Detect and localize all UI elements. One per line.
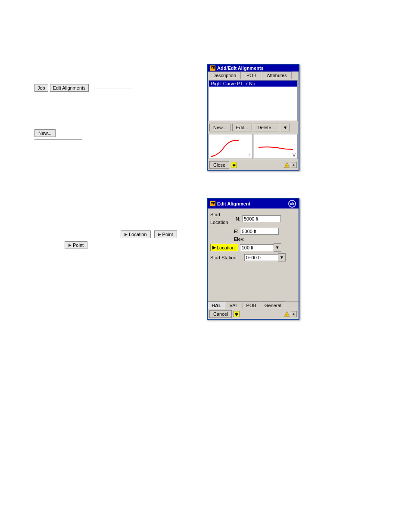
location-arrow-icon: ▶: [125, 232, 128, 236]
e-input[interactable]: [240, 228, 279, 235]
point-left-arrow-icon: ▶: [68, 243, 72, 247]
loc-input-label: Location:: [217, 245, 236, 250]
start-location-label: StartLocation: [210, 211, 234, 226]
preview-area: H V: [209, 134, 298, 159]
n-label: N:: [236, 216, 240, 221]
add-edit-dialog-icon: 🗺: [210, 65, 215, 71]
start-station-row: Start Station ▼: [210, 253, 296, 261]
n-input[interactable]: [242, 215, 281, 222]
warning-triangle-icon: !: [284, 162, 290, 168]
elev-label: Elev:: [234, 236, 244, 242]
location-input-row: ▶ Location: ▼: [210, 243, 296, 252]
add-edit-arrow-button[interactable]: ▼: [281, 124, 290, 131]
loc-input-arrow: ▶: [212, 245, 216, 250]
edit-alignment-form: StartLocation N: E: Elev: ▶ Location: ▼: [208, 208, 299, 299]
start-station-label: Start Station: [210, 255, 243, 260]
add-edit-star-icon: ✱: [231, 162, 237, 168]
h-curve-svg: [209, 134, 252, 159]
toolbar-underline: [94, 88, 133, 88]
loc-dropdown-button[interactable]: ▼: [274, 243, 281, 252]
start-station-input[interactable]: [244, 254, 278, 261]
point-right-arrow-icon: ▶: [158, 232, 161, 236]
tab-description[interactable]: Description: [208, 72, 241, 79]
add-edit-tabs: Description POB Attributes: [208, 72, 299, 79]
e-row: E:: [234, 228, 296, 235]
tab-attributes[interactable]: Attributes: [262, 72, 291, 79]
alignments-list[interactable]: Right Curve PT: 7 No: [209, 80, 298, 121]
tab-pob[interactable]: POB: [242, 72, 261, 79]
loc-value-input[interactable]: [240, 244, 274, 251]
ok-button[interactable]: ok: [288, 200, 296, 208]
add-edit-buttons-row: New... Edit... Delete... ▼: [208, 122, 299, 133]
edit-alignment-title-bar: 🗺 Edit Alignment ok: [208, 199, 299, 208]
point-button-left-label: Point: [73, 243, 84, 248]
loc-input-with-dropdown: ▼: [240, 243, 281, 252]
location-button-label: Location: [129, 232, 147, 237]
tab-general[interactable]: General: [261, 302, 285, 309]
new-underline: [34, 140, 82, 140]
add-edit-title-bar: 🗺 Add/Edit Alignments: [208, 65, 299, 72]
tab-pob-edit[interactable]: POB: [243, 302, 260, 309]
edit-expand-button[interactable]: +: [291, 311, 297, 317]
edit-alignment-footer: Cancel ✱ ! +: [208, 309, 299, 319]
form-spacer: [210, 263, 296, 298]
footer-warning-area: ! +: [284, 162, 297, 168]
edit-alignment-dialog-icon: 🗺: [210, 201, 215, 206]
edit-footer-warning: ! +: [284, 311, 297, 317]
edit-alignment-dialog: 🗺 Edit Alignment ok StartLocation N: E: …: [207, 198, 299, 320]
job-button[interactable]: Job: [34, 84, 48, 92]
cancel-button[interactable]: Cancel: [209, 310, 232, 318]
preview-horizontal: H: [209, 134, 253, 159]
point-button-right[interactable]: ▶ Point: [154, 230, 177, 238]
location-button[interactable]: ▶ Location: [121, 230, 151, 238]
point-button-right-label: Point: [162, 232, 173, 237]
tab-hal[interactable]: HAL: [208, 302, 225, 309]
v-curve-svg: [254, 134, 297, 159]
edit-alignments-button[interactable]: Edit Alignments: [50, 84, 89, 92]
tab-val[interactable]: VAL: [226, 302, 242, 309]
svg-text:!: !: [286, 313, 287, 316]
preview-h-label: H: [247, 153, 250, 158]
add-edit-alignments-dialog: 🗺 Add/Edit Alignments Description POB At…: [207, 64, 299, 171]
elev-row: Elev:: [234, 236, 296, 242]
edit-star-icon: ✱: [234, 311, 240, 317]
add-edit-new-button[interactable]: New...: [209, 124, 230, 131]
n-row: StartLocation N:: [210, 211, 296, 226]
add-edit-close-button[interactable]: Close: [209, 161, 229, 169]
edit-warning-triangle-icon: !: [284, 311, 290, 317]
edit-alignment-dialog-title: Edit Alignment: [217, 201, 250, 206]
point-button-left[interactable]: ▶ Point: [65, 241, 87, 249]
e-label: E:: [234, 229, 238, 234]
svg-text:!: !: [286, 164, 287, 167]
edit-alignment-tabs: HAL VAL POB General: [208, 301, 299, 309]
preview-vertical: V: [254, 134, 298, 159]
alignment-list-item[interactable]: Right Curve PT: 7 No: [209, 81, 297, 87]
add-edit-edit-button[interactable]: Edit...: [232, 124, 252, 131]
preview-v-label: V: [293, 153, 296, 158]
add-edit-expand-button[interactable]: +: [291, 162, 297, 168]
add-edit-dialog-title: Add/Edit Alignments: [217, 65, 264, 71]
station-dropdown-button[interactable]: ▼: [278, 253, 286, 261]
location-input-button[interactable]: ▶ Location:: [210, 244, 238, 251]
add-edit-footer: Close ✱ ! +: [208, 160, 299, 170]
svg-line-0: [211, 155, 215, 157]
new-button[interactable]: New...: [34, 129, 56, 137]
add-edit-delete-button[interactable]: Delete...: [254, 124, 279, 131]
station-input-with-dropdown: ▼: [244, 253, 286, 261]
